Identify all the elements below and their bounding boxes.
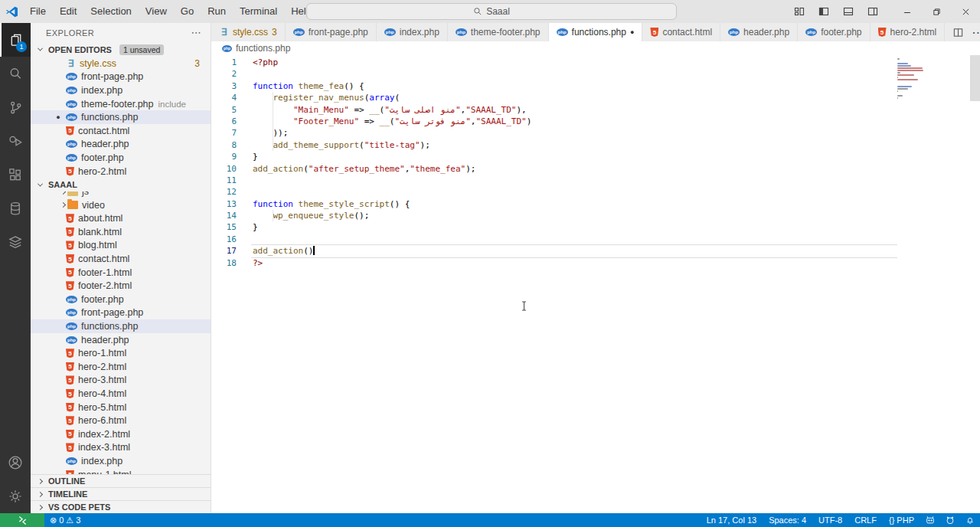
more-actions-icon[interactable]: ⋯ [972, 25, 980, 40]
command-center-search[interactable]: Saaal [306, 3, 677, 20]
tab-hero-2.html[interactable]: 5hero-2.html [871, 23, 946, 41]
menu-selection[interactable]: Selection [83, 0, 138, 23]
toggle-panel-icon[interactable] [842, 5, 854, 18]
customize-layout-icon[interactable] [793, 5, 805, 18]
bell-button[interactable] [960, 513, 980, 527]
folder-root-header[interactable]: SAAAL [31, 178, 211, 191]
remote-indicator[interactable] [0, 513, 44, 527]
cursor-position[interactable]: Ln 17, Col 13 [701, 513, 763, 527]
problems-indicator[interactable]: ⊗ 0 ⚠ 3 [44, 513, 86, 527]
tree-item-video[interactable]: video [31, 198, 211, 212]
tree-item-blog.html[interactable]: 5blog.html [31, 239, 211, 253]
open-editor-item-index.php[interactable]: phpindex.php [31, 83, 211, 97]
activity-database[interactable] [0, 191, 31, 225]
tab-index.php[interactable]: phpindex.php [377, 23, 448, 41]
tab-style.css[interactable]: ∃style.css3 [211, 23, 286, 41]
breadcrumb[interactable]: php functions.php [211, 41, 980, 55]
tree-item-blank.html[interactable]: 5blank.html [31, 225, 211, 239]
tree-item-front-page.php[interactable]: phpfront-page.php [31, 306, 211, 320]
pet-button[interactable] [920, 513, 940, 527]
open-editor-item-functions.php[interactable]: ●phpfunctions.php [31, 110, 211, 124]
tree-item-hero-6.html[interactable]: 5hero-6.html [31, 414, 211, 427]
menu-terminal[interactable]: Terminal [233, 0, 284, 23]
code-line-13[interactable]: 13function theme_style_script() { [211, 198, 980, 210]
close-button[interactable] [951, 0, 980, 23]
eol[interactable]: CRLF [848, 513, 883, 527]
code-line-7[interactable]: 7 )); [211, 127, 980, 139]
code-line-12[interactable]: 12 [211, 186, 980, 198]
activity-extensions[interactable] [0, 158, 31, 191]
language-mode[interactable]: {} PHP [883, 513, 920, 527]
tab-contact.html[interactable]: 5contact.html [642, 23, 720, 41]
section-outline[interactable]: OUTLINE [31, 474, 211, 487]
menu-go[interactable]: Go [174, 0, 201, 23]
tree-item-index.php[interactable]: phpindex.php [31, 454, 211, 468]
activity-layers[interactable] [0, 225, 31, 259]
open-editor-item-style.css[interactable]: ∃style.css3 [31, 57, 211, 70]
code-line-4[interactable]: 4 register_nav_menus(array( [211, 92, 980, 103]
encoding[interactable]: UTF-8 [812, 513, 848, 527]
code-line-16[interactable]: 16 [211, 234, 980, 245]
menu-run[interactable]: Run [201, 0, 233, 23]
code-line-8[interactable]: 8 add_theme_support("title-tag"); [211, 139, 980, 151]
minimize-button[interactable]: – [893, 0, 922, 23]
indentation[interactable]: Spaces: 4 [763, 513, 812, 527]
open-editor-item-footer.php[interactable]: phpfooter.php [31, 151, 211, 165]
code-line-5[interactable]: 5 "Main_Menu" => __("منو اصلی سایت","SAA… [211, 104, 980, 116]
code-line-18[interactable]: 18?> [211, 257, 980, 269]
tree-item-contact.html[interactable]: 5contact.html [31, 252, 211, 266]
tree-item-functions.php[interactable]: phpfunctions.php [31, 319, 211, 333]
tree-item-footer-1.html[interactable]: 5footer-1.html [31, 266, 211, 280]
open-editor-item-header.php[interactable]: phpheader.php [31, 138, 211, 152]
activity-explorer[interactable]: 1 [0, 23, 31, 57]
section-timeline[interactable]: TIMELINE [31, 487, 211, 500]
tree-item-hero-3.html[interactable]: 5hero-3.html [31, 374, 211, 388]
code-line-9[interactable]: 9} [211, 151, 980, 162]
open-editor-item-theme-footer.php[interactable]: phptheme-footer.phpinclude [31, 97, 211, 111]
tree-item-hero-1.html[interactable]: 5hero-1.html [31, 346, 211, 360]
code-editor[interactable]: 1<?php23function theme_fea() {4 register… [211, 55, 980, 513]
code-line-15[interactable]: 15} [211, 221, 980, 233]
open-editor-item-contact.html[interactable]: 5contact.html [31, 124, 211, 138]
tab-front-page.php[interactable]: phpfront-page.php [286, 23, 377, 41]
tab-theme-footer.php[interactable]: phptheme-footer.php [448, 23, 549, 41]
tree-item-about.html[interactable]: 5about.html [31, 211, 211, 225]
tree-item-footer.php[interactable]: phpfooter.php [31, 293, 211, 306]
menu-edit[interactable]: Edit [53, 0, 83, 23]
code-line-1[interactable]: 1<?php [211, 57, 980, 68]
code-line-2[interactable]: 2 [211, 68, 980, 80]
tree-item-index-3.html[interactable]: 5index-3.html [31, 441, 211, 455]
code-line-3[interactable]: 3function theme_fea() { [211, 80, 980, 92]
tab-functions.php[interactable]: phpfunctions.php● [549, 23, 643, 41]
code-line-6[interactable]: 6 "Footer_Menu" => __("منو فوتر سایت","S… [211, 116, 980, 127]
tree-item-index-2.html[interactable]: 5index-2.html [31, 427, 211, 441]
tree-item-footer-2.html[interactable]: 5footer-2.html [31, 279, 211, 293]
open-editor-item-front-page.php[interactable]: phpfront-page.php [31, 70, 211, 84]
code-line-17[interactable]: 17add_action() [211, 245, 980, 257]
toggle-secondary-sidebar-icon[interactable] [867, 5, 879, 18]
restore-button[interactable] [922, 0, 951, 23]
menu-view[interactable]: View [139, 0, 174, 23]
tree-item-hero-2.html[interactable]: 5hero-2.html [31, 360, 211, 374]
tree-item-hero-4.html[interactable]: 5hero-4.html [31, 387, 211, 401]
tab-header.php[interactable]: phpheader.php [720, 23, 798, 41]
menu-file[interactable]: File [23, 0, 53, 23]
activity-source-control[interactable] [0, 90, 31, 124]
section-vs-code-pets[interactable]: VS CODE PETS [31, 500, 211, 513]
tab-footer.php[interactable]: phpfooter.php [798, 23, 870, 41]
open-editors-header[interactable]: OPEN EDITORS 1 unsaved [31, 43, 211, 57]
activity-settings[interactable] [0, 480, 31, 513]
cat-button[interactable] [940, 513, 960, 527]
code-line-14[interactable]: 14 wp_enqueue_style(); [211, 210, 980, 221]
tree-item-js[interactable]: js [31, 191, 211, 198]
code-line-11[interactable]: 11 [211, 175, 980, 186]
tree-item-menu-1.html[interactable]: 5menu-1.html [31, 468, 211, 474]
activity-search[interactable] [0, 57, 31, 90]
activity-account[interactable] [0, 446, 31, 480]
sidebar-more-actions-icon[interactable]: ⋯ [191, 27, 201, 38]
code-line-10[interactable]: 10add_action("after_setup_theme","theme_… [211, 163, 980, 175]
toggle-sidebar-icon[interactable] [818, 5, 830, 18]
open-editor-item-hero-2.html[interactable]: 5hero-2.html [31, 165, 211, 178]
tree-item-hero-5.html[interactable]: 5hero-5.html [31, 401, 211, 414]
tree-item-header.php[interactable]: phpheader.php [31, 333, 211, 347]
